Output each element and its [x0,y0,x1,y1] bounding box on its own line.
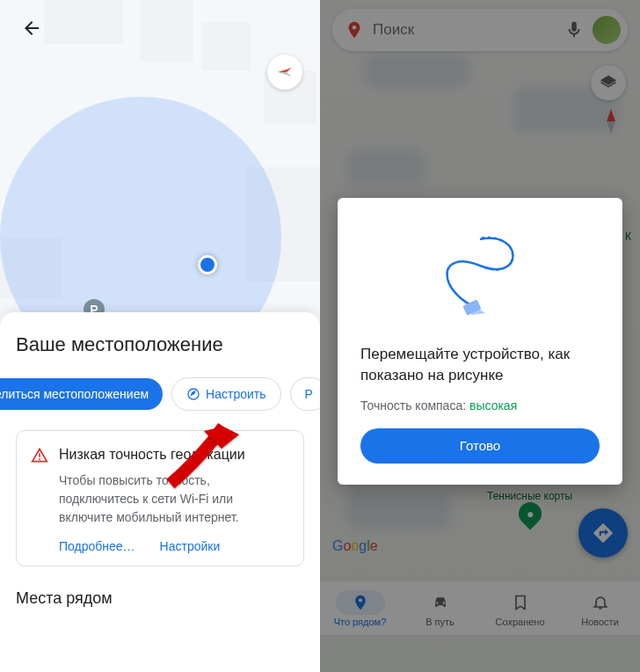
compass-button[interactable] [267,55,302,90]
low-accuracy-card: Низкая точность геолокации Чтобы повысит… [16,430,304,566]
nearby-heading: Места рядом [16,589,304,608]
done-button[interactable]: Готово [360,428,600,464]
svg-marker-0 [278,68,292,72]
calibrate-chip-label: Настроить [206,387,265,401]
chip-row: елиться местоположением Настроить P [0,377,304,411]
back-button[interactable] [19,16,44,40]
calibrate-chip[interactable]: Настроить [171,377,280,411]
right-screenshot: Поиск К Теннисные корты ● Google Что ряд… [320,0,640,672]
calibration-illustration [360,217,600,332]
location-bottom-sheet[interactable]: Ваше местоположение елиться местоположен… [0,312,320,672]
map-building [44,0,123,44]
extra-chip[interactable]: P [290,377,321,411]
accuracy-value: высокая [469,398,517,413]
my-location-dot[interactable] [198,255,217,274]
share-location-chip[interactable]: елиться местоположением [0,378,163,410]
map-building [141,0,193,62]
warning-icon [31,447,48,464]
accuracy-card-body: Чтобы повысить точность, подключитесь к … [59,471,289,527]
compass-accuracy-line: Точность компаса: высокая [360,398,600,413]
accuracy-card-title: Низкая точность геолокации [59,447,245,463]
compass-needle-icon [276,63,294,81]
explore-icon [186,387,200,401]
map-building [202,22,251,70]
svg-marker-1 [278,72,292,77]
left-screenshot: P Ваше местоположение елиться местополож… [0,0,320,672]
dialog-title: Перемещайте устройство, как показано на … [360,344,600,386]
sheet-title: Ваше местоположение [16,333,304,356]
learn-more-link[interactable]: Подробнее… [59,539,135,553]
calibration-dialog: Перемещайте устройство, как показано на … [338,198,622,485]
svg-point-3 [39,458,40,460]
settings-link[interactable]: Настройки [160,539,221,553]
arrow-left-icon [21,18,42,39]
accuracy-label: Точность компаса: [360,398,469,413]
